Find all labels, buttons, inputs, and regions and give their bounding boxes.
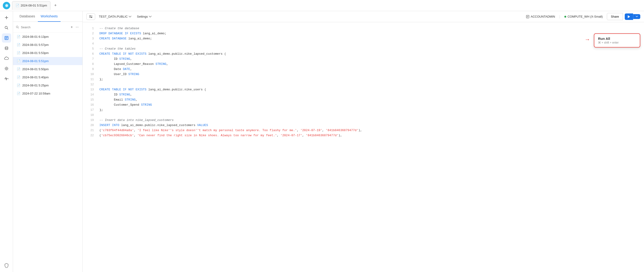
line-content: -- Create the tables bbox=[99, 46, 640, 51]
code-line: 3CREATE DATABASE lang_ai_demo; bbox=[83, 36, 644, 41]
code-line: 9 Date DATE, bbox=[83, 67, 644, 72]
role-badge: ACCOUNTADMIN bbox=[524, 15, 558, 18]
more-options-button[interactable]: ··· bbox=[75, 24, 80, 30]
worksheet-item[interactable]: 📄 2024-08-01 6:13pm bbox=[13, 33, 82, 41]
worksheet-label: 2024-08-01 6:13pm bbox=[22, 35, 48, 38]
line-content: Customer_Spend STRING bbox=[99, 102, 640, 108]
worksheet-label: 2024-08-01 5:40pm bbox=[22, 76, 48, 79]
line-number: 3 bbox=[86, 36, 94, 41]
svg-point-4 bbox=[5, 47, 8, 48]
settings-selector[interactable]: Settings bbox=[135, 14, 154, 19]
nav-database-icon[interactable] bbox=[2, 44, 11, 53]
line-content: INSERT INTO lang_ai_demo.public.nike_lap… bbox=[99, 123, 640, 128]
line-number: 16 bbox=[86, 102, 94, 108]
code-line: 10 User_ID STRING bbox=[83, 72, 644, 77]
run-all-label[interactable]: Run All bbox=[598, 37, 636, 40]
context-chevron-icon bbox=[128, 16, 132, 18]
code-line: 15 Email STRING, bbox=[83, 97, 644, 102]
line-content: -- Insert data into nike_lapsed_customer… bbox=[99, 118, 640, 123]
run-button[interactable] bbox=[625, 13, 633, 20]
code-line: 4 bbox=[83, 41, 644, 46]
new-tab-button[interactable]: + bbox=[52, 2, 58, 9]
tab-icon: 📄 bbox=[16, 4, 19, 7]
run-all-dropdown: Run All ⌘ + shift + enter bbox=[594, 33, 640, 47]
tab-worksheets[interactable]: Worksheets bbox=[38, 11, 60, 22]
filter-button[interactable] bbox=[86, 13, 95, 20]
nav-worksheet-icon[interactable] bbox=[2, 33, 11, 43]
warehouse-label: COMPUTE_WH (X-Small) bbox=[568, 15, 603, 18]
line-number: 18 bbox=[86, 113, 94, 118]
nav-shield-icon[interactable] bbox=[2, 261, 11, 270]
line-content: CREATE TABLE IF NOT EXISTS lang_ai_demo.… bbox=[99, 87, 640, 92]
line-number: 9 bbox=[86, 67, 94, 72]
worksheet-label: 2024-08-01 5:57pm bbox=[22, 43, 48, 47]
worksheet-item[interactable]: 📄 2024-08-01 5:57pm bbox=[13, 41, 82, 49]
svg-point-5 bbox=[6, 68, 7, 69]
line-content: -- Create the database bbox=[99, 26, 640, 31]
line-number: 20 bbox=[86, 123, 94, 128]
code-line: 8 Lapsed_Customer_Reason STRING, bbox=[83, 62, 644, 67]
line-number: 12 bbox=[86, 82, 94, 87]
sidebar-tabs: Databases Worksheets bbox=[13, 11, 82, 22]
code-line: 12 bbox=[83, 82, 644, 87]
line-number: 6 bbox=[86, 51, 94, 57]
nav-activity-icon[interactable] bbox=[2, 74, 11, 83]
worksheet-item[interactable]: 📄 2024-08-01 5:50pm bbox=[13, 65, 82, 73]
code-line: 14 ID STRING, bbox=[83, 92, 644, 97]
new-worksheet-button[interactable]: + bbox=[70, 24, 74, 30]
filter-icon bbox=[89, 15, 93, 18]
nav-search-icon[interactable] bbox=[2, 23, 11, 32]
line-number: 10 bbox=[86, 72, 94, 77]
file-icon: 📄 bbox=[17, 35, 20, 38]
line-content: ('c783f64f44d04a8a', 'I feel like Nike''… bbox=[99, 128, 640, 133]
search-input[interactable] bbox=[21, 25, 68, 29]
run-dropdown-button[interactable] bbox=[633, 14, 640, 19]
top-bar: ❄ 📄 2024-08-01 5:51pm + bbox=[0, 0, 644, 11]
line-number: 7 bbox=[86, 57, 94, 62]
file-icon: 📄 bbox=[17, 84, 20, 87]
code-line: 17); bbox=[83, 108, 644, 113]
snowflake-logo[interactable]: ❄ bbox=[3, 2, 10, 9]
code-line: 1-- Create the database bbox=[83, 26, 644, 31]
nav-ai-icon[interactable] bbox=[2, 64, 11, 73]
file-icon: 📄 bbox=[17, 67, 20, 71]
line-content: CREATE TABLE IF NOT EXISTS lang_ai_demo.… bbox=[99, 51, 640, 57]
line-number: 19 bbox=[86, 118, 94, 123]
worksheet-item[interactable]: 📄 2024-07-22 10:59am bbox=[13, 89, 82, 98]
line-content: User_ID STRING bbox=[99, 72, 640, 77]
annotation-arrow: → bbox=[584, 36, 590, 43]
code-line: 2DROP DATABASE IF EXISTS lang_ai_demo; bbox=[83, 31, 644, 36]
svg-point-8 bbox=[91, 17, 92, 18]
worksheet-item[interactable]: 📄 2024-08-01 5:53pm bbox=[13, 49, 82, 57]
warehouse-badge: COMPUTE_WH (X-Small) bbox=[562, 15, 605, 18]
nav-plus-icon[interactable] bbox=[2, 13, 11, 22]
line-content: ('cb75ec93026046cb', 'Can never find the… bbox=[99, 133, 640, 138]
sidebar-search-bar: + ··· bbox=[13, 22, 82, 33]
share-button[interactable]: Share bbox=[607, 13, 623, 20]
line-content: Lapsed_Customer_Reason STRING, bbox=[99, 62, 640, 67]
sidebar-panel: Databases Worksheets + ··· 📄 2024 bbox=[13, 11, 83, 272]
editor-area: TEST_DATA.PUBLIC Settings bbox=[83, 11, 644, 272]
worksheet-tab[interactable]: 📄 2024-08-01 5:51pm bbox=[12, 1, 50, 10]
warehouse-status-dot bbox=[564, 16, 566, 18]
file-icon: 📄 bbox=[17, 43, 20, 47]
code-line: 5-- Create the tables bbox=[83, 46, 644, 51]
code-line: 16 Customer_Spend STRING bbox=[83, 102, 644, 108]
context-label: TEST_DATA.PUBLIC bbox=[99, 15, 128, 18]
worksheet-item[interactable]: 📄 2024-08-01 5:25pm bbox=[13, 81, 82, 89]
file-icon: 📄 bbox=[17, 51, 20, 55]
code-line: 21('c783f64f44d04a8a', 'I feel like Nike… bbox=[83, 128, 644, 133]
code-editor[interactable]: 1-- Create the database2DROP DATABASE IF… bbox=[83, 22, 644, 272]
line-number: 22 bbox=[86, 133, 94, 138]
context-selector[interactable]: TEST_DATA.PUBLIC bbox=[97, 14, 133, 19]
left-nav bbox=[0, 11, 13, 272]
worksheet-item[interactable]: 📄 2024-08-01 5:51pm bbox=[13, 57, 82, 65]
line-number: 21 bbox=[86, 128, 94, 133]
nav-cloud-icon[interactable] bbox=[2, 54, 11, 63]
run-icon bbox=[628, 15, 630, 18]
tab-databases[interactable]: Databases bbox=[17, 11, 38, 22]
tab-label: 2024-08-01 5:51pm bbox=[21, 4, 47, 7]
editor-toolbar: TEST_DATA.PUBLIC Settings bbox=[83, 11, 644, 22]
svg-text:❄: ❄ bbox=[5, 3, 8, 8]
worksheet-item[interactable]: 📄 2024-08-01 5:40pm bbox=[13, 73, 82, 81]
